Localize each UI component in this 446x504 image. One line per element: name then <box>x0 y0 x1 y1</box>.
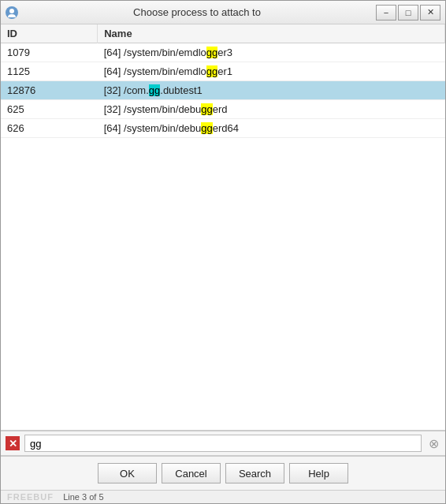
table-row[interactable]: 625[32] /system/bin/debuggerd <box>1 100 445 119</box>
ok-button[interactable]: OK <box>98 463 157 483</box>
search-input[interactable] <box>24 435 422 452</box>
cell-name: [64] /system/bin/emdlogger3 <box>98 43 445 62</box>
cell-id: 1079 <box>1 43 98 62</box>
window-title: Choose process to attach to <box>133 6 261 18</box>
process-table: ID Name 1079[64] /system/bin/emdlogger31… <box>1 24 445 138</box>
search-button[interactable]: Search <box>225 463 284 483</box>
cell-name: [32] /system/bin/debuggerd <box>98 100 445 119</box>
title-bar-center: Choose process to attach to <box>18 6 376 18</box>
search-highlight: gg <box>206 47 217 58</box>
search-bar: ✕ ⊗ <box>1 431 445 456</box>
cell-id: 626 <box>1 119 98 138</box>
title-controls: − □ ✕ <box>376 5 440 21</box>
app-icon <box>6 6 18 19</box>
search-highlight: gg <box>206 65 217 77</box>
col-id: ID <box>1 24 98 43</box>
maximize-button[interactable]: □ <box>398 5 418 21</box>
col-name: Name <box>98 24 445 43</box>
main-window: Choose process to attach to − □ ✕ ID Nam… <box>0 0 446 504</box>
search-highlight: gg <box>149 84 160 96</box>
title-bar-left <box>6 6 18 19</box>
table-row[interactable]: 1079[64] /system/bin/emdlogger3 <box>1 43 445 62</box>
cell-id: 12876 <box>1 81 98 100</box>
search-clear-button[interactable]: ✕ <box>6 436 20 450</box>
cell-id: 625 <box>1 100 98 119</box>
search-clear-right-button[interactable]: ⊗ <box>426 436 440 450</box>
cell-name: [64] /system/bin/debuggerd64 <box>98 119 445 138</box>
close-button[interactable]: ✕ <box>420 5 440 21</box>
table-row[interactable]: 1125[64] /system/bin/emdlogger1 <box>1 62 445 81</box>
button-bar: OK Cancel Search Help <box>1 456 445 490</box>
status-text: Line 3 of 5 <box>63 492 103 502</box>
table-row[interactable]: 12876[32] /com.gg.dubtest1 <box>1 81 445 100</box>
search-highlight: gg <box>201 103 212 115</box>
cell-name: [32] /com.gg.dubtest1 <box>98 81 445 100</box>
table-header-row: ID Name <box>1 24 445 43</box>
status-bar: FREEBUF Line 3 of 5 <box>1 490 445 503</box>
search-highlight: gg <box>201 122 212 134</box>
cell-name: [64] /system/bin/emdlogger1 <box>98 62 445 81</box>
cancel-button[interactable]: Cancel <box>162 463 221 483</box>
watermark: FREEBUF <box>7 492 54 502</box>
minimize-button[interactable]: − <box>376 5 396 21</box>
help-button[interactable]: Help <box>289 463 348 483</box>
process-table-area: ID Name 1079[64] /system/bin/emdlogger31… <box>1 24 445 431</box>
table-row[interactable]: 626[64] /system/bin/debuggerd64 <box>1 119 445 138</box>
cell-id: 1125 <box>1 62 98 81</box>
svg-point-0 <box>9 9 14 13</box>
title-bar: Choose process to attach to − □ ✕ <box>1 1 445 24</box>
